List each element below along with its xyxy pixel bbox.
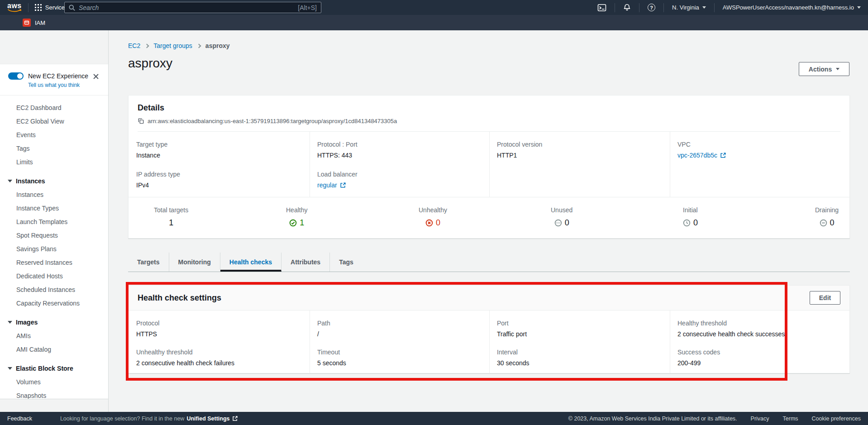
minus-circle-icon (820, 219, 827, 227)
field-label: Protocol : Port (317, 141, 482, 148)
details-header: Details arn:aws:elasticloadbalancing:us-… (129, 96, 849, 132)
x-circle-icon (425, 219, 433, 227)
tab-health-checks[interactable]: Health checks (220, 253, 281, 272)
arn-row: arn:aws:elasticloadbalancing:us-east-1:3… (138, 118, 840, 124)
load-balancer-link[interactable]: regular (317, 181, 337, 189)
field-label: Path (317, 320, 482, 327)
feedback-link[interactable]: Feedback (7, 415, 32, 422)
field-label: Interval (497, 349, 662, 356)
topbar-divider (714, 3, 715, 12)
summary-value: 0 (436, 218, 440, 228)
field-value: HTTPS: 443 (317, 152, 482, 159)
copy-icon[interactable] (138, 118, 144, 124)
field-value: Instance (136, 152, 302, 159)
sidebar-section-instances[interactable]: Instances (0, 174, 108, 188)
region-selector[interactable]: N. Virginia (670, 4, 708, 11)
services-menu-button[interactable]: Services (35, 4, 68, 11)
main-content: EC2 Target groups asproxy asproxy Action… (109, 30, 868, 412)
favorite-iam-link[interactable]: IAM (23, 19, 45, 27)
field-hc-path: Path / (310, 310, 489, 342)
chevron-down-icon (702, 6, 706, 9)
cloudshell-button[interactable] (596, 3, 608, 12)
targets-summary-row: Total targets 1 Healthy 1 Unhealthy 0 Un… (129, 197, 849, 241)
sidebar-section-label: Instances (16, 174, 45, 188)
column-divider (310, 132, 310, 197)
column-divider (489, 310, 490, 373)
tab-monitoring[interactable]: Monitoring (169, 253, 220, 272)
sidebar-section-images[interactable]: Images (0, 315, 108, 329)
sidebar-divider (0, 95, 108, 96)
field-label: Load balancer (317, 171, 482, 178)
sidebar-item-reserved-instances[interactable]: Reserved Instances (0, 256, 108, 269)
summary-draining: Draining 0 (815, 206, 839, 228)
terms-link[interactable]: Terms (783, 415, 798, 422)
external-link-icon (340, 182, 346, 188)
help-button[interactable] (646, 4, 657, 11)
edit-button[interactable]: Edit (810, 291, 840, 305)
breadcrumb-current: asproxy (205, 42, 230, 49)
field-vpc: VPC vpc-2657db5c (670, 132, 849, 164)
field-load-balancer: Load balancer regular (310, 164, 489, 197)
sidebar-item-capacity-reservations[interactable]: Capacity Reservations (0, 296, 108, 310)
clock-circle-icon (683, 219, 691, 227)
cookie-preferences-link[interactable]: Cookie preferences (812, 415, 861, 422)
sidebar-item-volumes[interactable]: Volumes (0, 375, 108, 389)
close-icon[interactable] (93, 73, 99, 80)
search-icon (69, 5, 75, 11)
sidebar-item-amis[interactable]: AMIs (0, 329, 108, 343)
sidebar-item-limits[interactable]: Limits (0, 155, 108, 169)
unified-settings-link[interactable]: Unified Settings (186, 415, 229, 422)
sidebar-item-launch-templates[interactable]: Launch Templates (0, 215, 108, 229)
sidebar-item-savings-plans[interactable]: Savings Plans (0, 242, 108, 256)
language-note-text: Looking for language selection? Find it … (60, 415, 185, 422)
summary-value: 1 (154, 218, 188, 228)
sidebar-item-spot-requests[interactable]: Spot Requests (0, 229, 108, 242)
sidebar-item-instances[interactable]: Instances (0, 188, 108, 201)
column-divider (670, 132, 670, 197)
field-protocol-version: Protocol version HTTP1 (489, 132, 670, 164)
chevron-right-icon (145, 44, 149, 48)
topbar-divider (639, 3, 639, 12)
empty-cell (670, 164, 849, 197)
tell-us-link[interactable]: Tell us what you think (28, 82, 108, 88)
sidebar-section-ebs[interactable]: Elastic Block Store (0, 362, 108, 375)
topbar-divider (28, 3, 29, 12)
global-search-box[interactable]: [Alt+S] (64, 2, 321, 13)
summary-total-targets: Total targets 1 (154, 206, 188, 228)
field-value: 30 seconds (497, 359, 662, 367)
actions-button[interactable]: Actions (799, 62, 849, 76)
sidebar-item-scheduled-instances[interactable]: Scheduled Instances (0, 283, 108, 296)
new-experience-toggle[interactable] (8, 72, 24, 80)
vpc-link[interactable]: vpc-2657db5c (677, 152, 717, 159)
summary-value: 1 (300, 218, 304, 228)
breadcrumb-target-groups[interactable]: Target groups (153, 42, 192, 49)
help-icon (648, 4, 655, 11)
sidebar-item-ec2-dashboard[interactable]: EC2 Dashboard (0, 101, 108, 115)
sidebar-item-snapshots[interactable]: Snapshots (0, 389, 108, 399)
column-divider (670, 310, 670, 373)
tab-targets[interactable]: Targets (128, 253, 169, 272)
sidebar-item-ami-catalog[interactable]: AMI Catalog (0, 343, 108, 356)
field-label: Unhealthy threshold (136, 349, 302, 356)
sidebar-item-tags[interactable]: Tags (0, 142, 108, 155)
sidebar-item-instance-types[interactable]: Instance Types (0, 201, 108, 215)
aws-logo[interactable]: aws (7, 3, 22, 12)
breadcrumb-ec2[interactable]: EC2 (128, 42, 140, 49)
details-grid: Target type Instance Protocol : Port HTT… (129, 132, 849, 197)
sidebar-item-ec2-global-view[interactable]: EC2 Global View (0, 115, 108, 128)
triangle-down-icon (8, 367, 12, 370)
tab-tags[interactable]: Tags (330, 253, 362, 272)
notifications-button[interactable] (621, 4, 633, 11)
sidebar-item-dedicated-hosts[interactable]: Dedicated Hosts (0, 269, 108, 283)
account-menu[interactable]: AWSPowerUserAccess/navaneeth.kn@harness.… (721, 4, 863, 11)
field-value: IPv4 (136, 181, 302, 189)
external-link-icon (720, 152, 726, 158)
details-title: Details (138, 103, 840, 113)
field-target-type: Target type Instance (129, 132, 310, 164)
tab-attributes[interactable]: Attributes (281, 253, 330, 272)
field-value: 2 consecutive health check successes (677, 330, 842, 338)
search-input[interactable] (79, 4, 298, 11)
sidebar-item-events[interactable]: Events (0, 128, 108, 142)
privacy-link[interactable]: Privacy (751, 415, 769, 422)
target-group-arn: arn:aws:elasticloadbalancing:us-east-1:3… (148, 118, 397, 124)
